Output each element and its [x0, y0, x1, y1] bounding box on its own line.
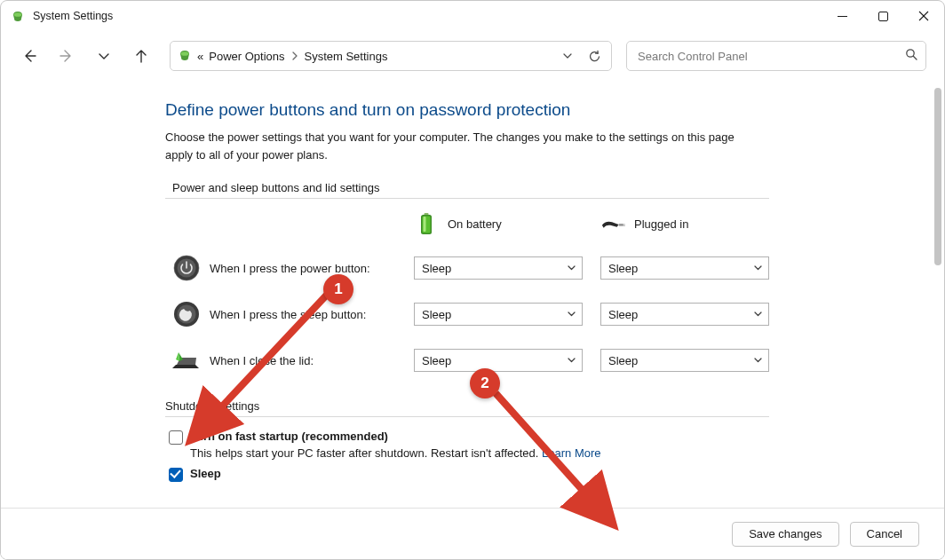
fast-startup-description: This helps start your PC faster after sh… — [165, 446, 944, 460]
plug-icon — [600, 211, 625, 236]
maximize-button[interactable] — [862, 1, 903, 31]
svg-rect-2 — [878, 12, 887, 20]
annotation-badge-1: 1 — [323, 274, 353, 304]
search-box[interactable] — [626, 41, 926, 71]
chevron-down-icon — [753, 262, 763, 275]
column-header-plugged-label: Plugged in — [634, 217, 688, 231]
refresh-button[interactable] — [581, 43, 608, 69]
chevron-down-icon — [567, 262, 576, 275]
back-button[interactable] — [13, 40, 45, 72]
combo-power-plugged[interactable]: Sleep — [600, 256, 769, 280]
combo-lid-battery[interactable]: Sleep — [414, 349, 583, 372]
sleep-row: Sleep — [165, 467, 944, 482]
combo-sleep-battery[interactable]: Sleep — [414, 303, 583, 326]
breadcrumb-item-power-options[interactable]: Power Options — [209, 50, 284, 63]
sleep-label: Sleep — [190, 467, 221, 480]
minimize-button[interactable] — [822, 1, 862, 31]
breadcrumb-item-system-settings[interactable]: System Settings — [305, 50, 388, 63]
save-changes-button[interactable]: Save changes — [732, 522, 838, 547]
combo-value: Sleep — [422, 308, 451, 321]
row-power-button-label: When I press the power button: — [210, 262, 370, 275]
fast-startup-label: Turn on fast startup (recommended) — [190, 430, 388, 443]
chevron-down-icon — [753, 354, 763, 367]
laptop-lid-icon — [172, 346, 201, 375]
combo-value: Sleep — [608, 262, 638, 275]
window-title: System Settings — [33, 10, 113, 22]
sleep-button-icon — [172, 300, 201, 328]
divider — [165, 198, 769, 199]
svg-point-5 — [181, 51, 189, 56]
app-icon — [10, 8, 26, 24]
row-power-button: When I press the power button: — [165, 254, 405, 282]
title-bar: System Settings — [1, 1, 944, 31]
fast-startup-row: Turn on fast startup (recommended) — [165, 430, 944, 445]
content-area: Define power buttons and turn on passwor… — [1, 81, 944, 508]
column-header-plugged: Plugged in — [600, 211, 778, 236]
vertical-scrollbar[interactable] — [934, 88, 941, 265]
combo-value: Sleep — [608, 354, 638, 367]
column-header-battery-label: On battery — [448, 217, 502, 231]
svg-point-0 — [14, 12, 22, 17]
combo-value: Sleep — [608, 308, 638, 321]
combo-power-battery[interactable]: Sleep — [414, 256, 583, 280]
address-history-button[interactable] — [554, 43, 581, 69]
page-description: Choose the power settings that you want … — [165, 129, 751, 163]
search-icon — [905, 48, 918, 64]
column-header-battery: On battery — [414, 211, 592, 236]
section-power-sleep-label: Power and sleep buttons and lid settings — [165, 181, 944, 194]
toolbar: « Power Options System Settings — [1, 31, 944, 81]
breadcrumb-prefix: « — [197, 50, 203, 63]
row-close-lid-label: When I close the lid: — [210, 354, 314, 367]
search-input[interactable] — [638, 50, 905, 63]
close-button[interactable] — [903, 1, 944, 31]
up-button[interactable] — [125, 40, 157, 72]
combo-value: Sleep — [422, 354, 451, 367]
control-panel-icon — [178, 48, 192, 65]
section-shutdown-label: Shutdown settings — [165, 399, 944, 413]
battery-icon — [414, 211, 439, 236]
combo-lid-plugged[interactable]: Sleep — [600, 349, 769, 372]
row-close-lid: When I close the lid: — [165, 346, 405, 375]
annotation-badge-2: 2 — [470, 368, 500, 398]
fast-startup-description-text: This helps start your PC faster after sh… — [190, 446, 542, 460]
chevron-down-icon — [753, 308, 763, 321]
row-sleep-button-label: When I press the sleep button: — [210, 308, 366, 321]
forward-button[interactable] — [51, 40, 83, 72]
power-grid: On battery Plugged in — [165, 211, 944, 375]
svg-line-7 — [913, 56, 917, 59]
row-sleep-button: When I press the sleep button: — [165, 300, 405, 328]
recent-button[interactable] — [88, 40, 120, 72]
page-title: Define power buttons and turn on passwor… — [165, 100, 944, 120]
footer: Save changes Cancel — [1, 508, 944, 559]
power-button-icon — [172, 254, 201, 282]
chevron-right-icon — [290, 50, 299, 63]
chevron-down-icon — [567, 308, 576, 321]
svg-rect-11 — [424, 217, 426, 232]
chevron-down-icon — [567, 354, 576, 367]
cancel-button[interactable]: Cancel — [850, 522, 919, 547]
combo-sleep-plugged[interactable]: Sleep — [600, 303, 769, 326]
sleep-checkbox[interactable] — [169, 468, 183, 482]
address-bar[interactable]: « Power Options System Settings — [170, 41, 612, 71]
learn-more-link[interactable]: Learn More — [542, 446, 600, 460]
fast-startup-checkbox[interactable] — [169, 430, 183, 445]
divider — [165, 416, 769, 417]
combo-value: Sleep — [422, 262, 451, 275]
